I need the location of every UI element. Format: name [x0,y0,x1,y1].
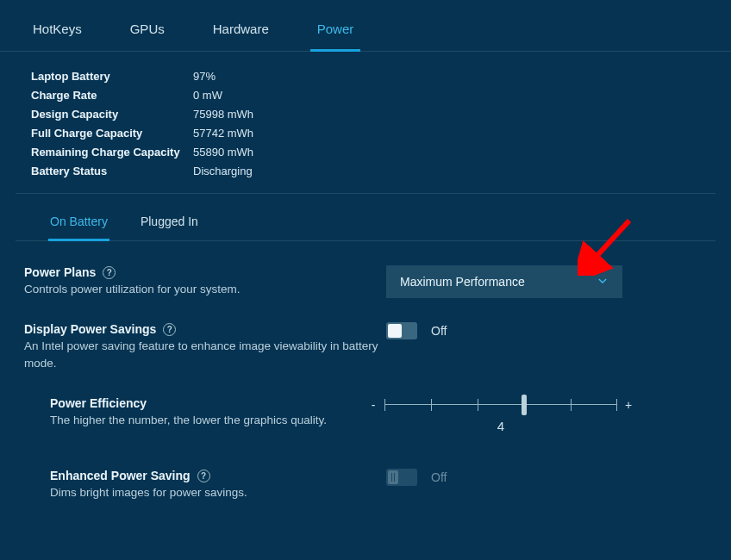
value-design-capacity: 75998 mWh [193,105,253,124]
display-power-savings-title: Display Power Savings [24,322,156,336]
label-charge-rate: Charge Rate [31,86,193,105]
subtab-plugged-in[interactable]: Plugged In [139,215,200,240]
label-remaining-charge-capacity: Remaining Charge Capacity [31,143,193,162]
power-plans-desc: Controls power utilization for your syst… [24,281,386,298]
enhanced-power-saving-title: Enhanced Power Saving [50,469,191,482]
slider-thumb[interactable] [522,395,527,415]
value-charge-rate: 0 mW [193,86,222,105]
info-row-design-capacity: Design Capacity 75998 mWh [31,105,715,124]
chevron-down-icon [597,275,609,289]
value-full-charge-capacity: 57742 mWh [193,124,253,143]
help-icon[interactable]: ? [163,323,176,336]
enhanced-power-saving-toggle [386,469,417,486]
label-laptop-battery: Laptop Battery [31,67,193,86]
main-tabs: HotKeys GPUs Hardware Power [0,0,731,52]
info-row-battery-status: Battery Status Discharging [31,162,715,181]
label-full-charge-capacity: Full Charge Capacity [31,124,193,143]
setting-display-power-savings: Display Power Savings ? An Intel power s… [24,322,715,372]
help-icon[interactable]: ? [103,266,116,279]
power-mode-tabs: On Battery Plugged In [16,194,715,241]
slider-plus[interactable]: + [624,398,633,412]
power-plans-selected: Maximum Performance [400,275,525,289]
help-icon[interactable]: ? [197,470,210,482]
tab-gpus[interactable]: GPUs [123,22,172,51]
power-plans-dropdown[interactable]: Maximum Performance [386,265,622,298]
enhanced-power-saving-state: Off [431,470,447,484]
display-power-savings-toggle[interactable] [386,322,417,339]
display-power-savings-state: Off [431,324,447,338]
setting-enhanced-power-saving: Enhanced Power Saving ? Dims bright imag… [24,469,715,501]
label-design-capacity: Design Capacity [31,105,193,124]
subtab-on-battery[interactable]: On Battery [48,215,109,241]
setting-power-plans: Power Plans ? Controls power utilization… [24,265,715,298]
display-power-savings-desc: An Intel power saving feature to enhance… [24,338,386,372]
info-row-remaining-charge-capacity: Remaining Charge Capacity 55890 mWh [31,143,715,162]
battery-info-section: Laptop Battery 97% Charge Rate 0 mW Desi… [16,52,715,194]
power-efficiency-desc: The higher the number, the lower the gra… [50,412,369,429]
setting-power-efficiency: Power Efficiency The higher the number, … [24,396,715,429]
label-battery-status: Battery Status [31,162,193,181]
info-row-laptop-battery: Laptop Battery 97% [31,67,715,86]
tab-power[interactable]: Power [310,22,361,52]
tab-hardware[interactable]: Hardware [206,22,276,51]
tab-hotkeys[interactable]: HotKeys [26,22,89,51]
value-remaining-charge-capacity: 55890 mWh [193,143,253,162]
value-battery-status: Discharging [193,162,253,181]
power-plans-title: Power Plans [24,265,96,279]
power-efficiency-slider[interactable]: - 4 + [369,395,633,415]
value-laptop-battery: 97% [193,67,216,86]
settings-section: Power Plans ? Controls power utilization… [0,241,731,501]
slider-value: 4 [497,419,504,433]
enhanced-power-saving-desc: Dims bright images for power savings. [50,484,386,501]
info-row-charge-rate: Charge Rate 0 mW [31,86,715,105]
info-row-full-charge-capacity: Full Charge Capacity 57742 mWh [31,124,715,143]
power-efficiency-title: Power Efficiency [50,396,147,410]
slider-minus[interactable]: - [369,398,378,412]
